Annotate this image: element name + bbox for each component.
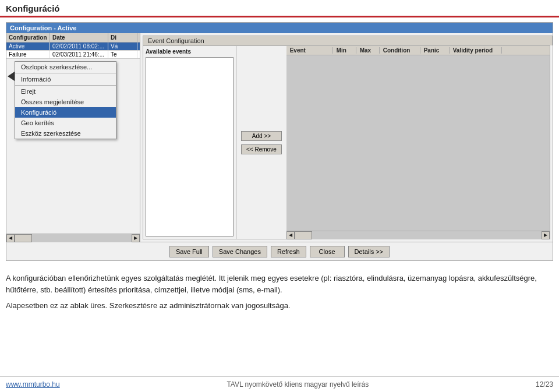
ctx-divider-1 bbox=[15, 73, 116, 73]
footer-website[interactable]: www.mmturbo.hu bbox=[6, 380, 60, 389]
event-table-scrollbar[interactable]: ◀ ▶ bbox=[286, 231, 550, 239]
event-col-max: Max bbox=[356, 47, 380, 54]
paragraph-2: Alapesetben ez az ablak üres. Szerkeszté… bbox=[6, 300, 553, 312]
footer: www.mmturbo.hu TAVL nyomkövető kliens ma… bbox=[0, 376, 559, 392]
available-events-label: Available events bbox=[146, 48, 233, 55]
available-events-list[interactable] bbox=[146, 57, 233, 236]
event-table-area: Event Min Max Condition bbox=[286, 46, 550, 239]
paragraph-1: A konfigurációban ellenőrizhetünk egyes … bbox=[6, 273, 553, 295]
page-wrapper: Konfiguráció Configuration - Active Conf… bbox=[0, 0, 559, 392]
button-bar: Save Full Save Changes Refresh Close Det… bbox=[6, 242, 553, 260]
event-table-body bbox=[286, 55, 550, 231]
add-button[interactable]: Add >> bbox=[241, 131, 282, 141]
save-changes-button[interactable]: Save Changes bbox=[213, 246, 267, 257]
ctx-item-eszkoz[interactable]: Eszköz szerkesztése bbox=[15, 128, 116, 139]
arrow-pointer bbox=[8, 72, 15, 81]
event-scroll-left[interactable]: ◀ bbox=[286, 231, 295, 239]
event-col-condition: Condition bbox=[380, 47, 420, 54]
available-events-panel: Available events bbox=[143, 46, 236, 239]
scroll-left-arrow[interactable]: ◀ bbox=[6, 234, 15, 242]
ctx-item-informacio[interactable]: Információ bbox=[15, 74, 116, 84]
col-header-date: Date bbox=[50, 33, 108, 42]
event-col-event: Event bbox=[286, 47, 333, 54]
event-col-panic: Panic bbox=[420, 47, 450, 54]
context-menu: Oszlopok szerkesztése... Információ Elre… bbox=[15, 61, 116, 139]
remove-button[interactable]: << Remove bbox=[241, 144, 282, 154]
right-panel: Event Configuration Available events Add… bbox=[140, 33, 553, 242]
footer-page-info: 12/23 bbox=[536, 380, 553, 389]
refresh-button[interactable]: Refresh bbox=[271, 246, 306, 257]
config-table-header: Configuration Date Di bbox=[6, 33, 140, 43]
ctx-item-osszes[interactable]: Összes megjelenítése bbox=[15, 97, 116, 107]
cell-date-failure: 02/03/2011 21:46:... bbox=[50, 51, 108, 58]
cell-config-active: Active bbox=[6, 43, 50, 50]
event-col-validity: Validity period bbox=[450, 47, 502, 54]
text-content: A konfigurációban ellenőrizhetünk egyes … bbox=[0, 267, 559, 320]
window-body: Configuration Date Di Active 02/02/2 bbox=[6, 33, 553, 242]
event-scroll-right[interactable]: ▶ bbox=[542, 231, 550, 239]
left-panel: Configuration Date Di Active 02/02/2 bbox=[6, 33, 140, 242]
scroll-thumb[interactable] bbox=[15, 234, 32, 242]
cell-di-failure: Te bbox=[108, 51, 137, 58]
cell-config-failure: Failure bbox=[6, 51, 50, 58]
scroll-right-arrow[interactable]: ▶ bbox=[132, 234, 140, 242]
ctx-divider-2 bbox=[15, 85, 116, 86]
window-title-text: Configuration - Active bbox=[10, 24, 76, 31]
window-title-bar: Configuration - Active bbox=[6, 23, 553, 33]
footer-description: TAVL nyomkövető kliens magyar nyelvű leí… bbox=[227, 380, 369, 389]
details-button[interactable]: Details >> bbox=[348, 246, 390, 257]
event-table-header: Event Min Max Condition bbox=[286, 46, 550, 55]
red-divider bbox=[0, 16, 559, 17]
close-button[interactable]: Close bbox=[310, 246, 345, 257]
col-header-di: Di bbox=[108, 33, 137, 42]
config-row-failure[interactable]: Failure 02/03/2011 21:46:... Te bbox=[6, 51, 140, 59]
screenshot-area: Configuration - Active Configuration Dat… bbox=[6, 22, 553, 261]
event-scroll-thumb[interactable] bbox=[295, 231, 312, 239]
config-row-active[interactable]: Active 02/02/2011 08:02:... Vá bbox=[6, 43, 140, 51]
save-full-button[interactable]: Save Full bbox=[169, 246, 209, 257]
ctx-item-geo[interactable]: Geo kerítés bbox=[15, 118, 116, 128]
ctx-item-elrejt[interactable]: Elrejt bbox=[15, 86, 116, 97]
ctx-item-konfiguracio[interactable]: Konfiguráció bbox=[15, 107, 116, 118]
page-title-text: Konfiguráció bbox=[6, 3, 60, 13]
add-remove-buttons: Add >> << Remove bbox=[236, 46, 286, 239]
event-scroll-track bbox=[295, 231, 542, 239]
left-panel-scrollbar[interactable]: ◀ ▶ bbox=[6, 234, 140, 242]
col-header-config: Configuration bbox=[6, 33, 50, 42]
ctx-item-oszlopok[interactable]: Oszlopok szerkesztése... bbox=[15, 62, 116, 72]
event-col-min: Min bbox=[333, 47, 356, 54]
page-title: Konfiguráció bbox=[0, 0, 559, 16]
cell-di-active: Vá bbox=[108, 43, 137, 50]
event-config-tab[interactable]: Event Configuration bbox=[143, 36, 553, 45]
scroll-track bbox=[15, 234, 132, 242]
event-config-body: Available events Add >> << Remove bbox=[143, 45, 550, 239]
cell-date-active: 02/02/2011 08:02:... bbox=[50, 43, 108, 50]
